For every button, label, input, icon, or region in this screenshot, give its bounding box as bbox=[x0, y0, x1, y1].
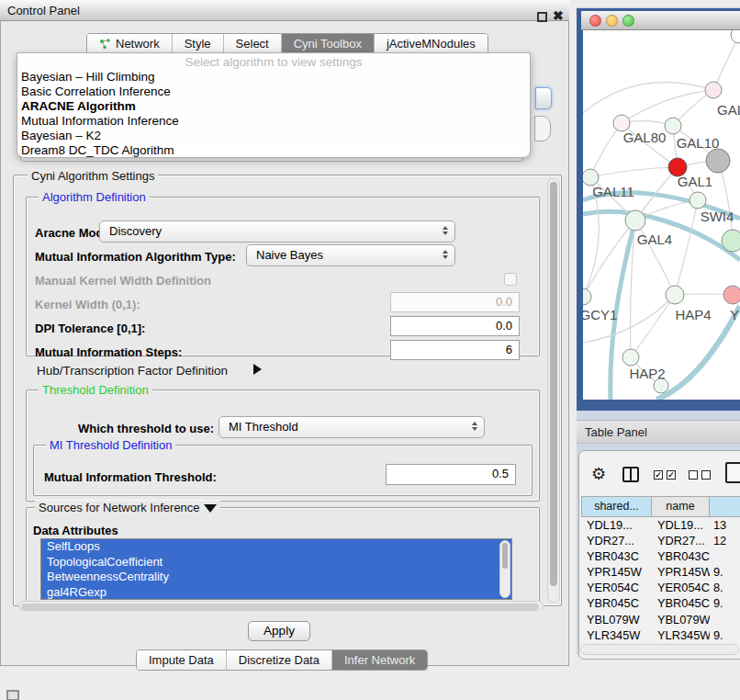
table-cell: YBR045C bbox=[652, 595, 710, 611]
network-edge bbox=[675, 200, 698, 295]
dock-button[interactable] bbox=[6, 690, 19, 700]
checked-column-icon[interactable]: ✓ bbox=[654, 470, 663, 480]
apply-button[interactable]: Apply bbox=[248, 621, 310, 641]
network-node-gal[interactable] bbox=[705, 82, 722, 98]
table-row[interactable]: YPR145WYPR145W9. bbox=[581, 564, 740, 580]
network-node-gal10[interactable] bbox=[665, 118, 681, 134]
table-cell bbox=[710, 548, 740, 564]
attribute-item[interactable]: gal4RGexp bbox=[41, 585, 511, 601]
close-icon[interactable]: ✖ bbox=[553, 8, 564, 23]
column-header-name[interactable]: name bbox=[652, 496, 710, 517]
network-node-hap2[interactable] bbox=[622, 349, 639, 366]
collapse-triangle-icon[interactable] bbox=[204, 504, 217, 513]
mi-threshold-field[interactable]: 0.5 bbox=[386, 464, 516, 485]
bottom-tab-strip: Impute DataDiscretize DataInfer Network bbox=[136, 649, 428, 671]
attribute-item[interactable]: TopologicalCoefficient bbox=[41, 555, 511, 570]
focused-combo-fragment[interactable] bbox=[535, 87, 552, 109]
tab-cyni-toolbox[interactable]: Cyni Toolbox bbox=[281, 34, 374, 53]
network-node[interactable] bbox=[706, 149, 730, 173]
algorithm-option[interactable]: Dream8 DC_TDC Algorithm bbox=[17, 143, 530, 158]
hub-definition-label[interactable]: Hub/Transcription Factor Definition bbox=[37, 364, 228, 378]
settings-scrollbar-thumb[interactable] bbox=[550, 182, 557, 586]
algorithm-option[interactable]: ARACNE Algorithm bbox=[17, 99, 530, 114]
settings-hscrollbar-track[interactable] bbox=[18, 601, 544, 611]
traffic-light-minimize-icon[interactable] bbox=[606, 15, 618, 27]
table-cell: YBR043C bbox=[581, 548, 652, 564]
gear-icon[interactable]: ⚙ bbox=[591, 464, 606, 484]
network-edge bbox=[590, 123, 622, 177]
network-node[interactable] bbox=[731, 30, 740, 43]
combo-arrows-icon bbox=[443, 250, 448, 259]
mi-threshold-legend: MI Threshold Definition bbox=[46, 438, 175, 452]
tab-jactivemnodules[interactable]: jActiveMNodules bbox=[374, 34, 488, 53]
column-header-attr[interactable] bbox=[710, 496, 740, 517]
traffic-light-zoom-icon[interactable] bbox=[622, 15, 634, 27]
float-window-icon[interactable] bbox=[537, 12, 547, 22]
table-cell: 9. bbox=[710, 595, 740, 611]
algorithm-option[interactable]: Mutual Information Inference bbox=[17, 114, 530, 129]
network-node[interactable] bbox=[654, 378, 668, 393]
network-node-hap4[interactable] bbox=[666, 286, 684, 304]
sources-legend[interactable]: Sources for Network Inference bbox=[35, 501, 220, 514]
mi-type-combo[interactable]: Naive Bayes bbox=[246, 244, 455, 266]
network-edge bbox=[622, 90, 713, 123]
network-node[interactable] bbox=[722, 230, 740, 252]
control-panel-titlebar: Control Panel ✖ bbox=[0, 0, 569, 21]
tab-infer-network[interactable]: Infer Network bbox=[331, 650, 427, 670]
kernel-width-field[interactable]: 0.0 bbox=[390, 292, 520, 312]
node-label-gal1: GAL1 bbox=[678, 174, 712, 189]
unchecked-column-icon[interactable] bbox=[689, 470, 698, 480]
kernel-width-label: Kernel Width (0,1): bbox=[35, 298, 140, 311]
aracne-mode-combo[interactable]: Discovery bbox=[99, 220, 455, 243]
table-hscrollbar-track[interactable] bbox=[580, 644, 739, 655]
network-node-swi4[interactable] bbox=[690, 192, 706, 209]
algorithm-option[interactable]: Bayesian – K2 bbox=[17, 129, 530, 143]
table-row[interactable]: YBR045CYBR045C9. bbox=[581, 595, 740, 611]
table-cell: YPR145W bbox=[652, 564, 710, 580]
network-node-gcy1[interactable] bbox=[583, 288, 591, 305]
manual-kernel-checkbox[interactable] bbox=[504, 273, 517, 286]
tab-style[interactable]: Style bbox=[172, 34, 223, 53]
table-cell: 13 bbox=[710, 517, 740, 533]
network-node-y[interactable] bbox=[723, 286, 740, 304]
table-row[interactable]: YDL19...YDL19...13 bbox=[581, 517, 740, 533]
unchecked-column-icon[interactable] bbox=[701, 470, 711, 480]
table-row[interactable]: YER054CYER054C8. bbox=[581, 580, 740, 595]
table-row[interactable]: YBL079WYBL079W bbox=[581, 612, 740, 627]
table-cell: YDL19... bbox=[652, 517, 710, 533]
algorithm-option[interactable]: Bayesian – Hill Climbing bbox=[17, 70, 530, 85]
attribute-item[interactable]: SelfLoops bbox=[41, 539, 511, 555]
attribute-item[interactable]: BetweennessCentrality bbox=[41, 570, 511, 585]
tab-discretize-data[interactable]: Discretize Data bbox=[226, 650, 331, 670]
algorithm-option[interactable]: Basic Correlation Inference bbox=[17, 85, 530, 99]
data-attributes-list[interactable]: SelfLoopsTopologicalCoefficientBetweenne… bbox=[40, 538, 512, 600]
tab-network[interactable]: Network bbox=[87, 34, 172, 53]
settings-hscrollbar-thumb[interactable] bbox=[21, 604, 539, 610]
table-panel-titlebar: Table Panel bbox=[577, 420, 740, 444]
attr-list-scrollbar-thumb[interactable] bbox=[502, 543, 508, 569]
settings-scrollbar-track[interactable] bbox=[547, 178, 560, 603]
network-window-titlebar[interactable] bbox=[581, 11, 740, 30]
attr-list-scrollbar-track[interactable] bbox=[499, 540, 510, 598]
which-threshold-value: MI Threshold bbox=[229, 420, 298, 434]
traffic-light-close-icon[interactable] bbox=[589, 15, 601, 27]
tab-impute-data[interactable]: Impute Data bbox=[137, 650, 226, 670]
table-row[interactable]: YBR043CYBR043C bbox=[581, 548, 740, 564]
document-icon[interactable] bbox=[725, 462, 740, 483]
mi-steps-field[interactable]: 6 bbox=[390, 340, 520, 360]
split-view-icon[interactable] bbox=[622, 467, 639, 482]
table-cell: YBL079W bbox=[581, 612, 652, 627]
dpi-tolerance-field[interactable]: 0.0 bbox=[390, 316, 520, 336]
table-row[interactable]: YLR345WYLR345W9. bbox=[581, 627, 740, 643]
algorithm-placeholder: Select algorithm to view settings bbox=[17, 53, 530, 70]
table-row[interactable]: YDR27...YDR27...12 bbox=[581, 533, 740, 548]
tab-select[interactable]: Select bbox=[223, 34, 281, 53]
network-edge bbox=[631, 295, 675, 357]
network-canvas[interactable]: GALGAL80GAL10GAL1GAL11SWI4GAL4GCY1HAP4YH… bbox=[583, 30, 740, 400]
checked-column-icon[interactable]: ✓ bbox=[667, 470, 676, 480]
network-node-gal4[interactable] bbox=[625, 210, 645, 231]
which-threshold-combo[interactable]: MI Threshold bbox=[219, 416, 485, 438]
table-header-row: shared...name bbox=[581, 496, 740, 517]
expand-triangle-icon[interactable] bbox=[253, 364, 262, 375]
column-header-shared...[interactable]: shared... bbox=[581, 496, 652, 517]
